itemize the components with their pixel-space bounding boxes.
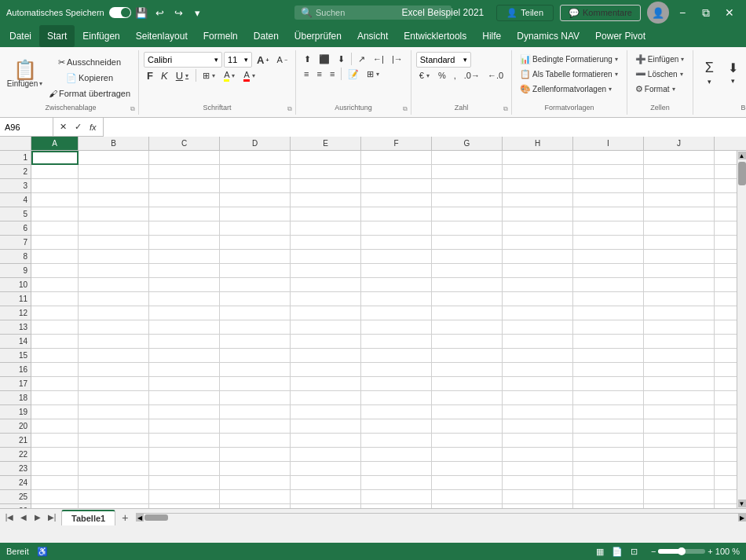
cell-A19[interactable] [31, 405, 79, 419]
cell-C8[interactable] [149, 250, 220, 264]
zoom-in-button[interactable]: + [708, 547, 712, 556]
cell-F9[interactable] [361, 264, 432, 278]
align-bottom-button[interactable]: ⬇ [335, 52, 348, 66]
cell-D3[interactable] [220, 179, 291, 193]
alignment-expander[interactable]: ⧉ [403, 105, 408, 113]
cell-G23[interactable] [432, 462, 503, 476]
cell-J24[interactable] [644, 476, 715, 490]
col-header-I[interactable]: I [573, 137, 644, 150]
cell-E5[interactable] [291, 207, 361, 221]
cell-A26[interactable] [31, 504, 79, 508]
row-header-23[interactable]: 23 [0, 462, 31, 476]
cell-C20[interactable] [149, 419, 220, 434]
cell-E18[interactable] [291, 391, 361, 405]
cell-H9[interactable] [503, 264, 573, 278]
cell-E12[interactable] [291, 306, 361, 320]
minimize-button[interactable]: − [672, 5, 693, 20]
cell-A25[interactable] [31, 490, 79, 504]
cell-B1[interactable] [79, 151, 149, 165]
indent-decrease-button[interactable]: ←| [370, 52, 387, 66]
cell-B20[interactable] [79, 419, 149, 434]
menu-entwicklertools[interactable]: Entwicklertools [396, 25, 474, 47]
cell-I2[interactable] [573, 165, 644, 179]
paste-dropdown-arrow[interactable]: ▾ [38, 80, 43, 87]
cell-J25[interactable] [644, 490, 715, 504]
cell-F5[interactable] [361, 207, 432, 221]
percent-button[interactable]: % [435, 68, 449, 82]
row-header-15[interactable]: 15 [0, 349, 31, 363]
insert-cells-button[interactable]: ➕ Einfügen ▾ [632, 52, 688, 66]
cell-F20[interactable] [361, 419, 432, 434]
cell-G25[interactable] [432, 490, 503, 504]
cell-H18[interactable] [503, 391, 573, 405]
cell-C2[interactable] [149, 165, 220, 179]
col-header-H[interactable]: H [503, 137, 573, 150]
cell-K12[interactable] [715, 306, 737, 320]
border-button[interactable]: ⊞▾ [199, 68, 219, 82]
cell-J12[interactable] [644, 306, 715, 320]
cell-B9[interactable] [79, 264, 149, 278]
decrease-decimal-button[interactable]: ←.0 [485, 68, 506, 82]
cell-D2[interactable] [220, 165, 291, 179]
row-header-12[interactable]: 12 [0, 306, 31, 320]
cell-D4[interactable] [220, 193, 291, 207]
cell-J18[interactable] [644, 391, 715, 405]
cell-I6[interactable] [573, 221, 644, 236]
cell-A3[interactable] [31, 179, 79, 193]
cell-J3[interactable] [644, 179, 715, 193]
cell-F7[interactable] [361, 236, 432, 250]
menu-formeln[interactable]: Formeln [196, 25, 246, 47]
cell-J7[interactable] [644, 236, 715, 250]
cell-E9[interactable] [291, 264, 361, 278]
row-header-1[interactable]: 1 [0, 151, 31, 165]
cell-J4[interactable] [644, 193, 715, 207]
underline-button[interactable]: U▾ [173, 68, 192, 82]
add-sheet-button[interactable]: + [117, 511, 133, 525]
align-left-button[interactable]: ≡ [301, 67, 312, 81]
cell-C15[interactable] [149, 349, 220, 363]
cell-I4[interactable] [573, 193, 644, 207]
cell-C25[interactable] [149, 490, 220, 504]
row-header-6[interactable]: 6 [0, 221, 31, 236]
cell-C17[interactable] [149, 377, 220, 391]
cell-E21[interactable] [291, 434, 361, 448]
scroll-left-button[interactable]: ◀ [136, 514, 144, 522]
cell-D7[interactable] [220, 236, 291, 250]
col-header-J[interactable]: J [644, 137, 715, 150]
cell-A6[interactable] [31, 221, 79, 236]
cell-A1[interactable] [31, 151, 79, 165]
share-button[interactable]: 👤 Teilen [496, 5, 554, 21]
cell-K24[interactable] [715, 476, 737, 490]
cell-J26[interactable] [644, 504, 715, 508]
cell-C1[interactable] [149, 151, 220, 165]
currency-button[interactable]: €▾ [416, 68, 433, 82]
cell-D24[interactable] [220, 476, 291, 490]
cell-E7[interactable] [291, 236, 361, 250]
row-header-24[interactable]: 24 [0, 476, 31, 490]
cell-A16[interactable] [31, 363, 79, 377]
cell-B13[interactable] [79, 320, 149, 335]
cell-H3[interactable] [503, 179, 573, 193]
align-top-button[interactable]: ⬆ [301, 52, 314, 66]
row-header-4[interactable]: 4 [0, 193, 31, 207]
cell-H1[interactable] [503, 151, 573, 165]
paste-button[interactable]: 📋 Einfügen ▾ [6, 52, 44, 96]
cell-C16[interactable] [149, 363, 220, 377]
row-header-7[interactable]: 7 [0, 236, 31, 250]
row-header-25[interactable]: 25 [0, 490, 31, 504]
cell-C3[interactable] [149, 179, 220, 193]
cell-G18[interactable] [432, 391, 503, 405]
cell-K16[interactable] [715, 363, 737, 377]
cell-D13[interactable] [220, 320, 291, 335]
cell-D12[interactable] [220, 306, 291, 320]
cell-D14[interactable] [220, 335, 291, 349]
cell-G17[interactable] [432, 377, 503, 391]
cell-F24[interactable] [361, 476, 432, 490]
cell-B23[interactable] [79, 462, 149, 476]
search-input[interactable] [316, 8, 441, 17]
cell-J11[interactable] [644, 292, 715, 306]
sheet-tab-tabelle1[interactable]: Tabelle1 [61, 510, 115, 525]
cell-J14[interactable] [644, 335, 715, 349]
cell-C6[interactable] [149, 221, 220, 236]
cell-E16[interactable] [291, 363, 361, 377]
